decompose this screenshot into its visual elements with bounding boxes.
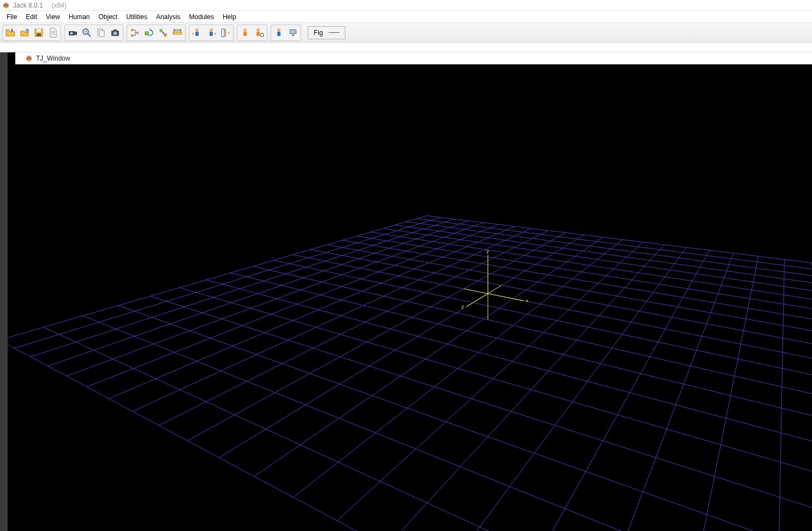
svg-point-28: [256, 28, 260, 32]
human-left-icon: [192, 27, 202, 38]
human-blue-button[interactable]: [272, 26, 286, 40]
menu-utilities[interactable]: Utilities: [122, 12, 152, 22]
link-node-icon: [158, 27, 169, 38]
svg-text:z: z: [461, 304, 464, 309]
svg-point-6: [70, 32, 73, 34]
copy-button[interactable]: [94, 26, 108, 40]
svg-rect-4: [37, 33, 41, 36]
svg-point-36: [26, 55, 32, 61]
document-button[interactable]: [46, 26, 60, 40]
toolbar-separator: [0, 43, 812, 52]
save-button[interactable]: [32, 26, 46, 40]
svg-rect-32: [277, 32, 280, 36]
grid-floor: xyz: [8, 64, 812, 531]
toolbar-group-structure: [127, 25, 186, 41]
svg-line-77: [8, 340, 812, 531]
link-node-button[interactable]: [156, 26, 170, 40]
svg-line-49: [357, 236, 812, 310]
title-bar: Jack 8.0.1 (x64): [0, 0, 812, 11]
human-gear-button[interactable]: [252, 26, 266, 40]
svg-line-73: [83, 316, 812, 531]
new-button[interactable]: [17, 26, 32, 40]
svg-rect-35: [292, 34, 294, 36]
human-orange-icon: [240, 27, 250, 38]
menu-help[interactable]: Help: [218, 12, 241, 22]
device-button[interactable]: [286, 26, 300, 40]
svg-rect-15: [136, 32, 139, 34]
human-blue-icon: [273, 27, 284, 38]
svg-line-54: [159, 230, 548, 425]
svg-line-79: [488, 294, 524, 301]
toolbar-group-view: [64, 25, 123, 41]
svg-rect-25: [222, 29, 224, 37]
menu-modules[interactable]: Modules: [185, 12, 218, 22]
svg-rect-16: [145, 32, 148, 35]
svg-line-46: [67, 223, 483, 376]
svg-rect-21: [195, 32, 199, 36]
snapshot-button[interactable]: [108, 26, 122, 40]
human-gear-icon: [254, 27, 265, 38]
svg-line-75: [44, 327, 812, 531]
toolbar-group-device: [271, 25, 301, 41]
tree-icon: [129, 27, 140, 38]
menu-human[interactable]: Human: [64, 12, 94, 22]
menu-edit[interactable]: Edit: [21, 12, 41, 22]
device-icon: [288, 27, 298, 38]
svg-line-45: [383, 229, 812, 291]
svg-rect-13: [131, 29, 133, 31]
viewport-wrap: TJ_Window xyz: [8, 52, 812, 531]
subwindow-icon: [25, 55, 33, 62]
menu-file[interactable]: File: [2, 12, 21, 22]
tree-button[interactable]: [128, 26, 142, 40]
viewport-3d[interactable]: xyz: [8, 64, 812, 531]
human-left-button[interactable]: [190, 26, 204, 40]
svg-line-65: [206, 280, 812, 449]
fig-dropdown[interactable]: Fig: [308, 26, 345, 39]
menu-bar: File Edit View Human Object Utilities An…: [0, 11, 812, 23]
left-gutter: [0, 52, 8, 531]
open-button[interactable]: [3, 26, 17, 40]
app-arch: (x64): [52, 2, 67, 9]
fig-line-icon: [329, 32, 339, 33]
svg-line-43: [395, 225, 812, 283]
svg-line-44: [48, 221, 469, 366]
ruler-button[interactable]: [170, 26, 184, 40]
subwindow-header[interactable]: TJ_Window: [15, 52, 812, 64]
toolbar-group-human1: [189, 25, 234, 41]
zoom-lens-icon: [81, 27, 92, 38]
svg-line-63: [230, 273, 812, 422]
app-icon: [2, 2, 10, 9]
svg-rect-12: [114, 29, 117, 31]
svg-line-40: [14, 217, 440, 348]
svg-point-31: [277, 28, 280, 32]
menu-object[interactable]: Object: [94, 12, 122, 22]
svg-point-20: [195, 28, 199, 32]
svg-line-47: [371, 232, 812, 300]
svg-rect-23: [210, 32, 213, 36]
snapshot-icon: [110, 27, 121, 38]
human-orange-button[interactable]: [238, 26, 252, 40]
document-icon: [47, 27, 58, 38]
human-right-button[interactable]: [204, 26, 218, 40]
new-folder-icon: [19, 27, 30, 38]
human-right-icon: [206, 27, 217, 38]
svg-text:x: x: [526, 298, 529, 303]
camera-view-button[interactable]: [65, 26, 80, 40]
svg-rect-29: [256, 32, 260, 36]
svg-point-22: [210, 28, 213, 32]
insert-icon: [220, 27, 231, 38]
svg-point-26: [243, 28, 247, 32]
svg-line-41: [406, 222, 812, 276]
menu-view[interactable]: View: [41, 12, 64, 22]
zoom-button[interactable]: [80, 26, 94, 40]
open-folder-icon: [5, 27, 16, 38]
svg-line-71: [118, 306, 812, 531]
menu-analysis[interactable]: Analysis: [152, 12, 185, 22]
insert-button[interactable]: [218, 26, 232, 40]
svg-text:y: y: [486, 248, 489, 254]
svg-line-69: [151, 296, 812, 521]
toolbar-group-file: [2, 25, 61, 41]
refresh-node-button[interactable]: [142, 26, 156, 40]
svg-line-60: [254, 237, 603, 476]
svg-line-76: [775, 259, 785, 531]
